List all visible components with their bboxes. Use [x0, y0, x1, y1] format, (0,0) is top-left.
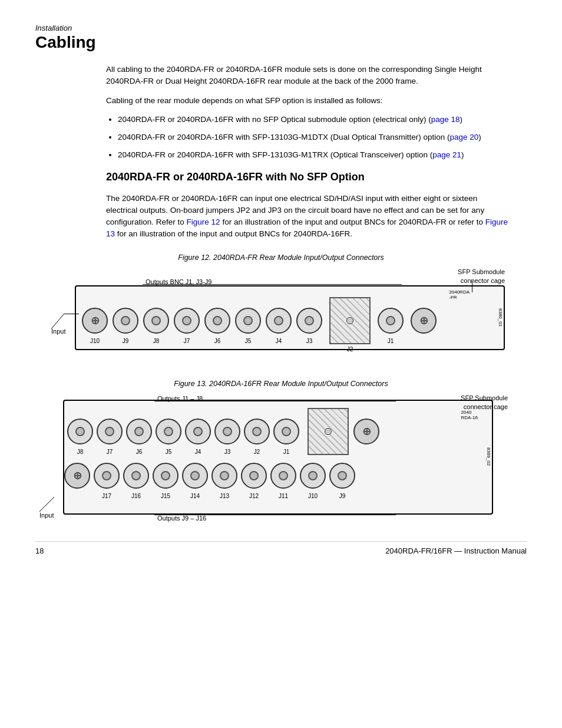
- fig12-sfp-dot: [346, 317, 353, 324]
- fig13-bot-j9: J9: [329, 463, 355, 489]
- link-page21[interactable]: page 21: [432, 150, 461, 159]
- fig13-sfp-label: SFP Submoduleconnector cage: [461, 394, 508, 412]
- fig12-bnc-j6: [204, 308, 230, 334]
- fig12-label-j7: J7: [184, 338, 190, 344]
- fig12-bnc-j9: [113, 308, 138, 334]
- svg-line-0: [51, 314, 64, 329]
- fig12-bnc-j4: [266, 308, 292, 334]
- fig12-sfp-cage: J2: [329, 297, 371, 344]
- page-header: Installation: [35, 24, 527, 33]
- fig13-input-diagonal: [39, 497, 54, 512]
- fig13-top-row: J8 J7 J6 J5 J4: [67, 408, 379, 455]
- fig13-bot-j13: J13: [211, 463, 237, 489]
- fig13-top-j6: J6: [126, 419, 152, 444]
- page-footer: 18 2040RDA-FR/16FR — Instruction Manual: [35, 541, 527, 555]
- fig13-bot-j15: J15: [153, 463, 178, 489]
- bullet-list: 2040RDA-FR or 2040RDA-16FR with no SFP O…: [118, 114, 509, 162]
- bullet-item-2: 2040RDA-FR or 2040RDA-16FR with SFP-1310…: [118, 131, 509, 143]
- fig12-bnc-j3: [296, 308, 322, 334]
- subsection-title: 2040RDA-FR or 2040RDA-16FR with No SFP O…: [106, 171, 509, 183]
- link-page20[interactable]: page 20: [449, 133, 478, 141]
- fig13-bottom-line: [154, 515, 396, 515]
- fig12-label-j9: J9: [123, 338, 129, 344]
- fig13-top-j4: J4: [185, 419, 211, 444]
- fig12-bnc-input: ⊕: [82, 308, 108, 334]
- fig12-board: ⊕ J10 J9 J8 J7: [75, 285, 505, 350]
- fig13-bot-j10: J10: [300, 463, 326, 489]
- figure-12-container: Figure 12. 2040RDA-FR Rear Module Input/…: [35, 248, 527, 362]
- fig13-bot-j17: J17: [94, 463, 120, 489]
- breadcrumb: Installation: [35, 24, 72, 32]
- subsection-para: The 2040RDA-FR or 2040RDA-16FR can input…: [106, 193, 509, 241]
- fig12-input-line: [64, 314, 79, 314]
- fig13-top-j3: J3: [214, 419, 240, 444]
- fig12-module-label: 8380_01: [497, 286, 503, 349]
- fig13-top-j7: J7: [97, 419, 123, 444]
- fig12-label-j8: J8: [153, 338, 160, 344]
- fig12-connector-row: ⊕ J10 J9 J8 J7: [82, 297, 437, 344]
- fig12-input-diagonal: [51, 314, 64, 329]
- fig12-input-svg: [51, 314, 64, 329]
- fig12-sfp-line: [472, 281, 472, 292]
- fig12-bnc-j8: [143, 308, 169, 334]
- figure-13-container: Figure 13. 2040RDA-16FR Rear Module Inpu…: [35, 374, 527, 523]
- intro-para2: Cabling of the rear module depends on wh…: [106, 95, 509, 107]
- footer-product: 2040RDA-FR/16FR — Instruction Manual: [385, 546, 527, 555]
- fig13-input-label: Input: [39, 512, 54, 519]
- fig13-bot-j16: J16: [123, 463, 149, 489]
- fig13-top-j5: J5: [156, 419, 181, 444]
- fig12-label-j3: J3: [306, 338, 313, 344]
- fig13-top-line: [154, 401, 396, 401]
- intro-para1: All cabling to the 2040RDA-FR or 2040RDA…: [106, 64, 509, 88]
- fig13-top-j1: J1: [273, 419, 299, 444]
- fig13-input-svg: [39, 497, 54, 512]
- link-page18[interactable]: page 18: [431, 115, 460, 124]
- fig13-sfp-dot: [325, 428, 332, 435]
- fig12-label-j6: J6: [214, 338, 221, 344]
- fig13-top-ground: ⊕: [353, 419, 379, 444]
- fig13-side-label: 8369_02: [485, 401, 491, 513]
- content-block: All cabling to the 2040RDA-FR or 2040RDA…: [106, 64, 509, 241]
- fig12-sfp-label: SFP Submoduleconnector cage: [458, 268, 505, 286]
- footer-page-number: 18: [35, 546, 44, 555]
- fig13-outputs-bottom-label: Outputs J9 – J16: [157, 515, 206, 522]
- fig13-bot-j12: J12: [241, 463, 267, 489]
- fig13-sfp-cage: [308, 408, 349, 455]
- fig13-board: J8 J7 J6 J5 J4: [63, 400, 493, 515]
- fig12-bnc-ground: ⊕: [411, 308, 437, 334]
- fig12-caption: Figure 12. 2040RDA-FR Rear Module Input/…: [178, 253, 384, 262]
- link-fig12[interactable]: Figure 12: [187, 218, 220, 226]
- fig12-label-j2: J2: [347, 346, 353, 353]
- svg-line-1: [39, 497, 54, 512]
- fig12-output-line: [143, 284, 402, 285]
- fig12-label-j5: J5: [245, 338, 252, 344]
- fig12-bnc-j1: [378, 308, 404, 334]
- fig12-bnc-j7: [174, 308, 200, 334]
- section-title: Cabling: [35, 33, 527, 52]
- fig13-bot-j11: J11: [270, 463, 296, 489]
- fig12-bnc-j5: [235, 308, 261, 334]
- fig13-bottom-ground-left: ⊕: [64, 463, 90, 489]
- fig13-top-j2: J2: [244, 419, 270, 444]
- fig13-diagram: J8 J7 J6 J5 J4: [39, 394, 523, 523]
- fig13-top-j8: J8: [67, 419, 93, 444]
- fig12-2040rda-label: 2040RDA-FR: [449, 289, 470, 301]
- fig13-bottom-row: ⊕ J17 J16 J15 J14: [64, 463, 356, 489]
- fig13-caption: Figure 13. 2040RDA-16FR Rear Module Inpu…: [174, 380, 388, 388]
- bullet-item-1: 2040RDA-FR or 2040RDA-16FR with no SFP O…: [118, 114, 509, 126]
- fig12-label-j10: J10: [90, 338, 100, 344]
- bullet-item-3: 2040RDA-FR or 2040RDA-16FR with SFP-1310…: [118, 149, 509, 161]
- fig12-label-j1: J1: [388, 338, 394, 344]
- fig12-label-j4: J4: [276, 338, 282, 344]
- fig12-diagram: ⊕ J10 J9 J8 J7: [39, 268, 523, 362]
- fig13-bot-j14: J14: [182, 463, 208, 489]
